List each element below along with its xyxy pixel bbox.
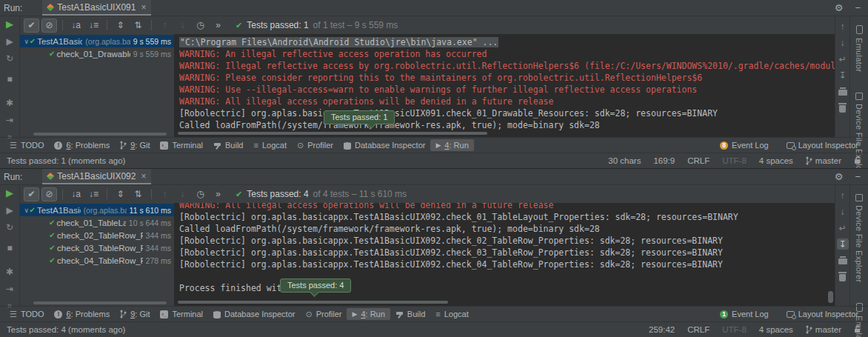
expand-all-icon[interactable]: ⇕ — [113, 19, 128, 33]
test-history-icon[interactable]: ◷ — [193, 187, 208, 201]
indent-setting[interactable]: 4 spaces — [759, 156, 793, 165]
next-occurrence-icon[interactable]: ↓ — [175, 19, 190, 33]
test-tree-row[interactable]: ✔ check_01_Drawable_Resources 9 s 559 ms — [20, 47, 174, 60]
layout-inspector-button[interactable]: Layout Inspector — [781, 308, 864, 320]
close-icon[interactable]: × — [141, 3, 146, 12]
test-tree-row[interactable]: ✔ check_04_TableRow_Properties 278 ms — [20, 254, 174, 267]
line-ending[interactable]: CRLF — [687, 156, 710, 165]
console-output[interactable]: "C:\Program Files\Android\Android Studio… — [174, 34, 835, 137]
show-ignored-toggle[interactable]: ⊘ — [41, 19, 57, 33]
test-tree[interactable]: ∨ ✔ TestA1BasicUIX091 (org.aplas.basicap… — [20, 34, 174, 137]
toolwindow-button-database-inspector[interactable]: Database Inspector — [208, 308, 300, 320]
test-tree-row[interactable]: ✔ check_01_TableLayout_Properties 10 s 6… — [20, 216, 174, 229]
lock-icon[interactable] — [854, 325, 861, 335]
sort-by-duration-icon[interactable]: ↓≡ — [86, 19, 101, 33]
rerun-icon[interactable]: ▶ — [4, 19, 16, 30]
sort-by-duration-icon[interactable]: ↓≡ — [86, 187, 101, 201]
toolwindow-button-profiler[interactable]: ⊙Profiler — [292, 139, 338, 151]
attach-debugger-icon[interactable]: ✱ — [4, 98, 16, 108]
print-icon[interactable] — [837, 86, 849, 97]
test-tree-row[interactable]: ∨ ✔ TestA1BasicUIX091 (org.aplas.basicap… — [20, 35, 174, 47]
console-horizontal-scrollbar[interactable] — [178, 301, 448, 304]
expand-all-icon[interactable]: ⇕ — [113, 187, 128, 201]
open-in-editor-icon[interactable]: ⇥ — [4, 115, 16, 125]
show-passed-toggle[interactable]: ✔ — [24, 187, 39, 201]
caret-position[interactable]: 259:42 — [649, 325, 675, 334]
console-output[interactable]: WARNING: All illegal access operations w… — [174, 203, 835, 306]
file-encoding[interactable]: UTF-8 — [722, 156, 747, 165]
clear-all-icon[interactable] — [837, 271, 849, 282]
tree-horizontal-scrollbar[interactable] — [33, 133, 167, 136]
rerun-icon[interactable]: ▶ — [4, 188, 16, 198]
layout-inspector-button[interactable]: Layout Inspector — [781, 139, 864, 151]
sort-alphabetically-icon[interactable]: ↓a — [68, 19, 84, 33]
previous-occurrence-icon[interactable]: ↑ — [157, 19, 173, 33]
chevron-down-icon[interactable]: ∨ — [24, 207, 30, 214]
hide-tool-window-icon[interactable]: − — [855, 3, 861, 13]
toolwindow-button-logcat[interactable]: ≡Logcat — [249, 139, 292, 151]
test-history-icon[interactable]: ◷ — [193, 19, 208, 33]
soft-wrap-icon[interactable]: ↵ — [837, 222, 849, 233]
gear-icon[interactable]: ⚙ — [835, 3, 844, 13]
indent-setting[interactable]: 4 spaces — [759, 325, 793, 334]
toolwindow-button-todo[interactable]: ☰TODO — [4, 139, 49, 151]
toolwindow-button-problems[interactable]: !6: Problems — [49, 139, 115, 151]
chevron-down-icon[interactable]: ∨ — [24, 38, 30, 45]
toolwindow-button-run[interactable]: ▶4: Run — [430, 139, 473, 151]
tree-horizontal-scrollbar[interactable] — [33, 301, 167, 304]
toolwindow-button-todo[interactable]: ☰TODO — [4, 308, 49, 320]
toolwindow-button-terminal[interactable]: ›_Terminal — [155, 308, 208, 320]
close-icon[interactable]: × — [141, 172, 146, 181]
toolwindow-button-logcat[interactable]: ≡Logcat — [430, 308, 473, 320]
side-tab-device-file-explorer[interactable]: Device File Explorer — [855, 194, 864, 282]
toolwindow-button-profiler[interactable]: ⊙Profiler — [300, 308, 347, 320]
toolwindow-button-build[interactable]: Build — [208, 139, 248, 151]
line-ending[interactable]: CRLF — [687, 325, 710, 334]
hide-tool-window-icon[interactable]: − — [855, 172, 861, 181]
event-log-button[interactable]: 8Event Log — [715, 139, 774, 151]
collapse-all-icon[interactable]: ⇅ — [130, 187, 146, 201]
open-in-editor-icon[interactable]: ⇥ — [4, 284, 16, 294]
next-occurrence-icon[interactable]: ↓ — [175, 187, 190, 201]
up-stack-trace-icon[interactable]: ↑ — [837, 21, 849, 32]
test-tree-row[interactable]: ✔ check_03_TableRow_Properties 344 ms — [20, 241, 174, 254]
file-encoding[interactable]: UTF-8 — [722, 325, 747, 334]
toggle-auto-test-icon[interactable]: ↻ — [4, 222, 16, 233]
console-vertical-scrollbar[interactable] — [828, 291, 833, 303]
collapse-all-icon[interactable]: ⇅ — [130, 19, 146, 33]
more-toolbar-chevron[interactable]: » — [210, 19, 226, 33]
scroll-to-end-icon[interactable]: ↧ — [837, 238, 849, 250]
gear-icon[interactable]: ⚙ — [835, 172, 844, 181]
toolwindow-button-database-inspector[interactable]: Database Inspector — [338, 139, 430, 151]
toolwindow-button-git[interactable]: 9: Git — [115, 139, 155, 151]
more-toolbar-chevron[interactable]: » — [210, 187, 226, 201]
toolwindow-button-git[interactable]: 9: Git — [115, 308, 155, 320]
print-icon[interactable] — [837, 255, 849, 266]
show-ignored-toggle[interactable]: ⊘ — [41, 187, 57, 201]
toolwindow-button-problems[interactable]: !6: Problems — [49, 308, 115, 320]
git-branch-widget[interactable]: master — [806, 156, 841, 165]
scroll-to-end-icon[interactable]: ↧ — [837, 70, 849, 81]
stop-icon[interactable]: ■ — [4, 74, 16, 84]
show-passed-toggle[interactable]: ✔ — [24, 19, 39, 33]
down-stack-trace-icon[interactable]: ↓ — [837, 206, 849, 217]
attach-debugger-icon[interactable]: ✱ — [4, 267, 16, 277]
caret-position[interactable]: 169:9 — [653, 156, 675, 165]
test-tree-row[interactable]: ✔ check_02_TableRow_Properties 344 ms — [20, 229, 174, 241]
stop-icon[interactable]: ■ — [4, 243, 16, 253]
event-log-button[interactable]: 1Event Log — [715, 308, 774, 320]
rerun-failed-tests-icon[interactable]: ▶ — [4, 36, 16, 47]
down-stack-trace-icon[interactable]: ↓ — [837, 37, 849, 48]
test-tree[interactable]: ∨ ✔ TestA1BasicUIX092 (org.aplas.basicap… — [20, 203, 174, 306]
toggle-auto-test-icon[interactable]: ↻ — [4, 53, 16, 64]
up-stack-trace-icon[interactable]: ↑ — [837, 190, 849, 201]
run-config-tab[interactable]: TestA1BasicUIX091 × — [42, 0, 151, 16]
rerun-failed-tests-icon[interactable]: ▶ — [4, 205, 16, 216]
previous-occurrence-icon[interactable]: ↑ — [157, 187, 173, 201]
sort-alphabetically-icon[interactable]: ↓a — [68, 187, 84, 201]
toolwindow-button-run[interactable]: ▶4: Run — [347, 308, 390, 320]
run-config-tab[interactable]: TestA1BasicUIX092 × — [42, 169, 151, 184]
toolwindow-button-build[interactable]: Build — [390, 308, 430, 320]
toolwindow-button-terminal[interactable]: ›_Terminal — [155, 139, 208, 151]
git-branch-widget[interactable]: master — [806, 325, 841, 334]
